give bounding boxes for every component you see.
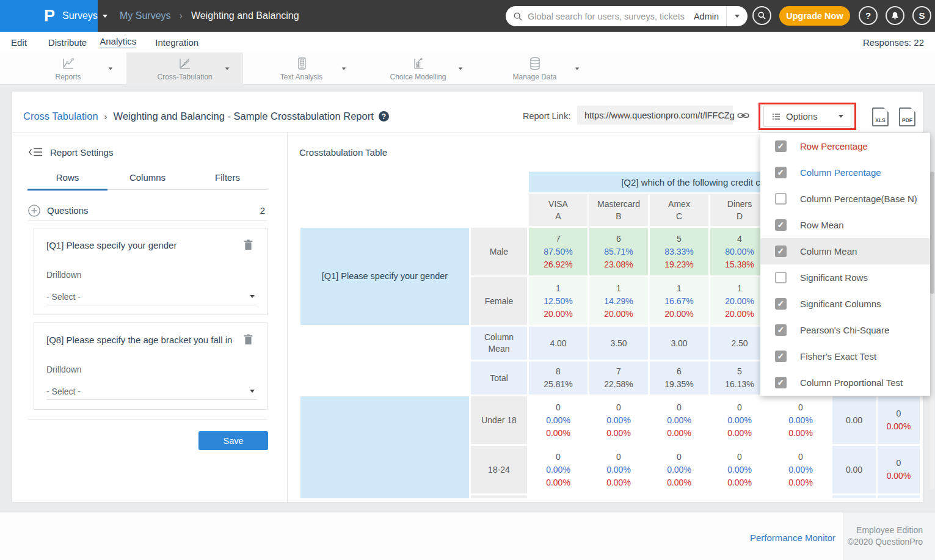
toolbar-item-manage-data[interactable]: Manage Data [476, 53, 593, 85]
toolbar-item-text-analysis[interactable]: Text Analysis [243, 53, 360, 85]
checkbox-checked-icon[interactable] [775, 351, 787, 362]
toolbar-item-reports[interactable]: Reports [10, 53, 126, 85]
report-settings-title: Report Settings [50, 147, 113, 158]
analytics-toolbar: Reports Cross-Tabulation Text Analysis [0, 53, 935, 85]
question-card-q8: [Q8] Please specify the age bracket you … [34, 322, 267, 410]
menu-item-row-mean[interactable]: Row Mean [760, 212, 930, 238]
tab-analytics[interactable]: Analytics [100, 36, 136, 48]
cell-value: 6 [677, 365, 682, 378]
export-pdf-button[interactable]: PDF [899, 107, 915, 126]
menu-item-label: Significant Columns [800, 299, 881, 309]
tab-integration[interactable]: Integration [155, 37, 198, 48]
chevron-down-icon[interactable] [575, 67, 580, 70]
cell-value: 6 [616, 233, 621, 245]
menu-item-label: Row Percentage [800, 141, 868, 151]
collapse-panel-icon[interactable] [28, 147, 43, 158]
checkbox-checked-icon[interactable] [775, 219, 787, 231]
cell-value: 0 [556, 401, 561, 414]
data-cell: 685.71%23.08% [589, 228, 648, 275]
menu-item-significant-columns[interactable]: Significant Columns [760, 291, 930, 317]
checkbox-checked-icon[interactable] [775, 324, 787, 336]
export-xls-button[interactable]: XLS [872, 107, 889, 126]
cell-value: Amex [668, 198, 690, 210]
menu-item-column-percentage[interactable]: Column Percentage [760, 159, 930, 186]
column-mean-cell: 3.00 [650, 327, 708, 360]
chevron-down-icon[interactable] [225, 67, 230, 70]
tab-edit[interactable]: Edit [11, 37, 27, 48]
chevron-down-icon [839, 115, 843, 118]
checkbox-checked-icon[interactable] [775, 167, 787, 178]
menu-item-pearson-s-chi-square[interactable]: Pearson's Chi-Square [760, 317, 930, 343]
checkbox-checked-icon[interactable] [775, 377, 787, 388]
column-mean-cell: 4.00 [529, 327, 588, 360]
delete-icon[interactable] [243, 333, 253, 345]
search-input[interactable] [528, 12, 694, 21]
toolbar-item-choice-modelling[interactable]: Choice Modelling [360, 53, 476, 85]
drilldown-select[interactable]: - Select - [46, 288, 257, 305]
data-cell-clipped [589, 495, 648, 498]
checkbox-unchecked-icon[interactable] [775, 272, 787, 283]
search-submit-button[interactable] [752, 6, 771, 25]
cell-value: 0 [556, 451, 561, 464]
notifications-button[interactable] [886, 6, 904, 25]
tab-rows[interactable]: Rows [27, 171, 107, 191]
cell-value: 0.00% [606, 464, 631, 476]
tab-distribute[interactable]: Distribute [48, 37, 87, 48]
cell-value: 0 [897, 407, 901, 420]
pdf-icon: PDF [900, 117, 914, 123]
checkbox-checked-icon[interactable] [775, 245, 787, 257]
help-button[interactable]: ? [859, 6, 878, 25]
menu-item-row-percentage[interactable]: Row Percentage [760, 133, 930, 159]
cell-value: 23.08% [604, 258, 633, 271]
data-cell-clipped [771, 495, 831, 498]
cell-value: 0.00% [788, 414, 813, 427]
toolbar-item-label: Manage Data [512, 73, 556, 81]
report-settings-header[interactable]: Report Settings [28, 147, 113, 158]
link-icon[interactable] [737, 109, 750, 122]
chevron-down-icon[interactable] [459, 67, 463, 70]
toolbar-item-cross-tabulation[interactable]: Cross-Tabulation [126, 53, 243, 85]
menu-item-significant-rows[interactable]: Significant Rows [760, 264, 930, 291]
drilldown-select[interactable]: - Select - [46, 383, 257, 400]
report-breadcrumb: Cross Tabulation › Weighting and Balanci… [23, 111, 389, 122]
report-link-value[interactable]: https://www.questionpro.com/t/lFFCZg [577, 106, 733, 125]
cell-value: 4.00 [550, 337, 566, 350]
cell-value: 0.00% [727, 414, 752, 427]
menu-item-column-proportional-test[interactable]: Column Proportional Test [760, 369, 930, 396]
checkbox-checked-icon[interactable] [775, 298, 787, 310]
avatar-button[interactable]: S [912, 6, 931, 25]
search-scope-caret[interactable] [727, 6, 748, 26]
tab-filters[interactable]: Filters [187, 171, 267, 189]
cross-tabulation-link[interactable]: Cross Tabulation [23, 111, 98, 122]
line-chart-icon [61, 56, 76, 71]
cell-value: 0 [677, 401, 682, 414]
cell-value: 22.58% [604, 378, 633, 391]
add-question-icon[interactable] [27, 204, 41, 217]
menu-item-column-mean[interactable]: Column Mean [760, 238, 930, 264]
row-header-male: Male [471, 228, 527, 275]
questions-count-badge: 2 [260, 205, 265, 216]
menu-item-label: Column Proportional Test [800, 377, 903, 388]
checkbox-checked-icon[interactable] [775, 140, 787, 152]
options-button[interactable]: Options [763, 106, 851, 127]
product-switcher[interactable]: P Surveys [0, 0, 98, 32]
report-help-icon[interactable]: ? [379, 111, 389, 122]
chevron-down-icon[interactable] [342, 67, 346, 70]
tab-columns[interactable]: Columns [107, 171, 187, 189]
cell-value: 20.00% [725, 295, 754, 308]
edition-name: Employee Edition [843, 525, 923, 536]
save-button[interactable]: Save [198, 431, 268, 450]
delete-icon[interactable] [243, 239, 253, 250]
search-scope-selector[interactable]: Admin [694, 12, 719, 21]
performance-monitor-link[interactable]: Performance Monitor [750, 533, 835, 543]
chevron-down-icon[interactable] [109, 67, 113, 70]
menu-item-column-percentage-base-n[interactable]: Column Percentage(Base N) [760, 186, 930, 212]
upgrade-button[interactable]: Upgrade Now [779, 6, 850, 26]
scrollbar-thumb[interactable] [930, 172, 934, 294]
menu-item-fisher-s-exact-test[interactable]: Fisher's Exact Test [760, 343, 930, 369]
table-scrollbar[interactable] [930, 172, 934, 489]
breadcrumb-my-surveys[interactable]: My Surveys [120, 10, 171, 21]
global-search-bar[interactable]: Admin [506, 6, 748, 26]
checkbox-unchecked-icon[interactable] [775, 193, 787, 205]
row-total-cell: 00.00% [878, 396, 920, 444]
